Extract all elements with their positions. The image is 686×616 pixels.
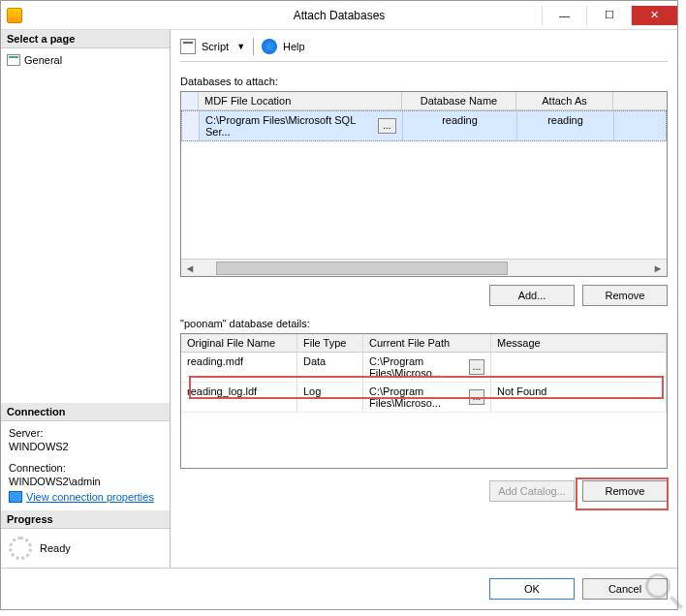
add-button[interactable]: Add... — [489, 285, 575, 306]
left-panel: Select a page General Connection Server:… — [1, 30, 171, 568]
window-title: Attach Databases — [294, 9, 386, 22]
help-icon — [262, 39, 277, 54]
help-button[interactable]: Help — [283, 41, 305, 52]
attach-as-cell[interactable]: reading — [517, 111, 614, 140]
progress-header: Progress — [1, 510, 170, 529]
col-attach-as[interactable]: Attach As — [516, 92, 613, 109]
progress-status: Ready — [40, 542, 71, 554]
page-general-label: General — [24, 54, 62, 66]
scroll-right-arrow[interactable]: ► — [649, 262, 667, 274]
row-selector[interactable] — [182, 111, 200, 140]
database-row[interactable]: C:\Program Files\Microsoft SQL Ser... ..… — [181, 110, 667, 141]
connection-value: WINDOWS2\admin — [9, 476, 162, 487]
view-connection-link[interactable]: View connection properties — [26, 491, 154, 503]
properties-icon — [9, 491, 22, 503]
server-value: WINDOWS2 — [9, 441, 162, 452]
database-details-label: "poonam" database details: — [180, 318, 668, 329]
col-message[interactable]: Message — [491, 334, 667, 352]
databases-grid[interactable]: MDF File Location Database Name Attach A… — [180, 91, 668, 277]
scroll-left-arrow[interactable]: ◄ — [181, 262, 199, 274]
page-general[interactable]: General — [7, 52, 164, 68]
progress-spinner-icon — [9, 537, 32, 560]
magnifier-icon — [645, 573, 682, 610]
script-dropdown-caret[interactable]: ▼ — [236, 42, 245, 51]
mdf-browse-button[interactable]: ... — [378, 118, 396, 134]
toolbar-separator — [253, 38, 254, 55]
highlight-log-row — [189, 376, 664, 399]
ok-button[interactable]: OK — [489, 578, 575, 600]
toolbar: Script ▼ Help — [180, 38, 668, 62]
script-button[interactable]: Script — [202, 41, 229, 52]
select-page-header: Select a page — [1, 30, 170, 48]
col-current-file-path[interactable]: Current File Path — [363, 334, 491, 352]
connection-label: Connection: — [9, 462, 162, 474]
details-grid[interactable]: Original File Name File Type Current Fil… — [180, 333, 668, 469]
add-catalog-button: Add Catalog... — [489, 480, 575, 502]
maximize-button[interactable]: ☐ — [586, 6, 631, 25]
col-file-type[interactable]: File Type — [297, 334, 363, 352]
app-icon — [7, 8, 22, 23]
row-header — [181, 92, 199, 109]
script-icon — [180, 39, 196, 54]
databases-to-attach-label: Databases to attach: — [180, 76, 668, 87]
scroll-thumb[interactable] — [216, 262, 508, 275]
col-original-filename[interactable]: Original File Name — [181, 334, 297, 352]
highlight-remove-button — [576, 477, 669, 510]
horizontal-scrollbar[interactable]: ◄ ► — [181, 259, 667, 276]
col-dbname[interactable]: Database Name — [402, 92, 516, 109]
view-connection-properties[interactable]: View connection properties — [9, 489, 162, 505]
server-label: Server: — [9, 427, 162, 439]
db-name-cell[interactable]: reading — [403, 111, 517, 140]
col-mdf[interactable]: MDF File Location — [199, 92, 402, 109]
page-icon — [7, 54, 20, 66]
cfp-browse-button[interactable]: ... — [469, 359, 484, 375]
titlebar[interactable]: Attach Databases — ☐ ✕ — [1, 1, 677, 30]
minimize-button[interactable]: — — [542, 6, 586, 25]
connection-header: Connection — [1, 403, 170, 421]
attach-databases-window: Attach Databases — ☐ ✕ Select a page Gen… — [0, 0, 678, 610]
close-button[interactable]: ✕ — [631, 6, 677, 25]
dialog-footer: OK Cancel — [1, 568, 677, 609]
mdf-path: C:\Program Files\Microsoft SQL Ser... — [205, 114, 378, 138]
remove-button[interactable]: Remove — [582, 285, 668, 306]
